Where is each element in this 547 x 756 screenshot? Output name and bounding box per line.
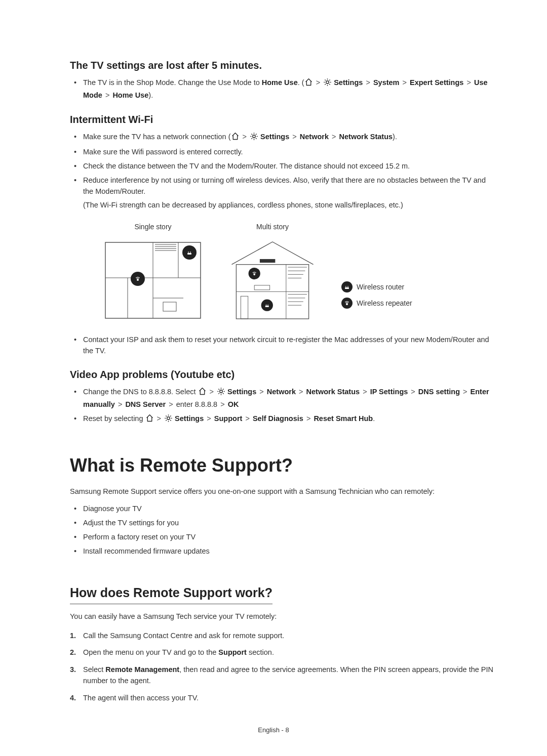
list-item: Diagnose your TV [70,502,496,516]
path-step: Network Status [339,133,393,141]
svg-rect-19 [163,302,176,311]
legend-row-router: Wireless router [341,281,412,292]
path-step: Support [214,414,243,423]
text: Reduce interference by not using or turn… [83,176,486,195]
path-step: DNS setting [418,388,460,396]
list-item: Call the Samsung Contact Centre and ask … [70,627,496,645]
svg-rect-39 [241,296,248,319]
path-step: Settings [227,388,256,396]
path-step: Settings [260,133,289,141]
svg-point-41 [261,300,273,311]
legend-row-repeater: Wireless repeater [341,298,412,309]
gear-icon [250,132,258,144]
list-item: The TV is in the Shop Mode. Change the U… [70,76,496,103]
separator: > [156,414,162,423]
gear-icon [217,387,225,399]
separator: > [206,414,212,423]
text: Select [83,665,105,674]
gear-icon [323,78,332,90]
text: Reset by selecting [83,414,145,423]
diagram-single-story: Single story [102,222,204,327]
list-item: The agent will then access your TV. [70,690,496,707]
text: The TV is in the Shop Mode. Change the U… [83,78,262,87]
separator: > [104,91,110,99]
list-video-app: Change the DNS to 8.8.8.8. Select > Sett… [70,385,496,427]
separator: > [117,400,123,408]
diagram-title: Single story [102,222,204,232]
separator: > [465,78,472,87]
path-step: Network Status [306,388,360,396]
diagram-title: Multi story [222,222,323,232]
text: ). [393,133,397,141]
router-icon [341,281,353,292]
bold-text: Remote Management [105,665,179,674]
path-step: Reset Smart Hub [314,414,373,423]
home-icon [198,387,207,399]
list-item: Reset by selecting > Settings > Support … [70,412,496,428]
separator: > [365,78,371,87]
path-step: Settings [175,414,204,423]
path-step: DNS Server [125,400,166,408]
separator: > [244,414,250,423]
separator: > [402,78,408,87]
separator: > [410,388,416,396]
separator: > [242,133,248,141]
heading-intermittent-wifi: Intermittent Wi-Fi [70,112,496,127]
heading-how-remote-support: How does Remote Support work? [70,583,272,604]
list-remote-support: Diagnose your TV Adjust the TV settings … [70,502,496,558]
text: Make sure the TV has a network connectio… [83,133,231,141]
list-item: Check the distance between the TV and th… [70,159,496,174]
list-item: Select Remote Management, then read and … [70,661,496,690]
repeater-icon [341,298,353,309]
home-icon [231,132,240,144]
list-item: Perform a factory reset on your TV [70,530,496,544]
separator: > [362,388,368,396]
wifi-diagrams: Single story Multi story [102,222,496,327]
list-item: Open the menu on your TV and go to the S… [70,644,496,661]
diagram-multi-story: Multi story [222,222,323,327]
steps-remote-support: Call the Samsung Contact Centre and ask … [70,627,496,707]
separator: > [331,133,337,141]
svg-rect-38 [254,285,269,290]
heading-remote-support: What is Remote Support? [70,452,496,479]
separator: > [168,400,174,408]
list-wifi: Make sure the TV has a network connectio… [70,130,496,213]
svg-rect-37 [260,259,275,263]
house-multi-icon [222,237,323,323]
path-step: Settings [334,78,363,87]
list-item: Contact your ISP and ask them to reset y… [70,333,496,358]
list-tv-settings: The TV is in the Shop Mode. Change the U… [70,76,496,103]
text: . [373,414,375,423]
separator: > [298,388,304,396]
separator: > [315,78,321,87]
diagram-legend: Wireless router Wireless repeater [341,281,412,309]
text: Change the DNS to 8.8.8.8. Select [83,388,198,396]
path-step: Network [267,388,296,396]
heading-video-app: Video App problems (Youtube etc) [70,367,496,382]
paragraph: Samsung Remote Support service offers yo… [70,486,496,497]
svg-point-24 [182,245,197,260]
path-step: Self Diagnosis [253,414,303,423]
floorplan-single-icon [102,237,204,323]
list-item: Reduce interference by not using or turn… [70,174,496,213]
text: (The Wi-Fi strength can be decreased by … [83,200,496,211]
legend-label: Wireless router [357,282,404,292]
bold-text: Support [218,648,247,656]
path-step: Network [300,133,329,141]
list-item: Adjust the TV settings for you [70,516,496,530]
text: Open the menu on your TV and go to the [83,648,218,656]
gear-icon [164,414,173,426]
separator: > [305,414,311,423]
path-step: OK [228,400,239,408]
home-icon [304,78,313,90]
separator: > [209,388,215,396]
text: section. [247,648,274,656]
page-footer: English - 8 [0,725,547,735]
heading-tv-settings-lost: The TV settings are lost after 5 minutes… [70,58,496,73]
list-item: Make sure the Wifi password is entered c… [70,145,496,159]
text: ). [148,91,153,99]
separator: > [258,388,264,396]
text: . ( [298,78,304,87]
list-item: Change the DNS to 8.8.8.8. Select > Sett… [70,385,496,412]
separator: > [291,133,297,141]
